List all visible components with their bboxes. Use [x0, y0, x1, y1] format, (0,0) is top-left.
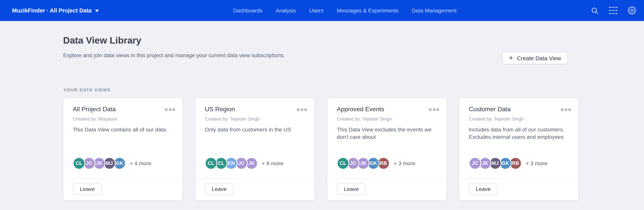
- card-divider: [64, 179, 182, 179]
- more-members-label: + 3 more: [394, 160, 415, 167]
- avatar: CL: [337, 157, 349, 170]
- data-view-card-approved-events: Approved Events Created by: Tejinder Sin…: [327, 98, 447, 201]
- primary-nav: Dashboards Analysis Users Messages & Exp…: [99, 7, 591, 14]
- create-data-view-button[interactable]: + Create Data View: [502, 52, 568, 64]
- card-created-by: Created by: Tejinder Singh: [205, 116, 260, 122]
- leave-button[interactable]: Leave: [337, 183, 366, 195]
- search-icon[interactable]: [591, 6, 599, 14]
- app-window: MuzikFinder · All Project Data Dashboard…: [0, 0, 644, 210]
- data-view-card-all-project-data: All Project Data Created by: Mixpanel Th…: [63, 98, 183, 201]
- card-divider: [460, 179, 578, 179]
- card-title: US Region: [205, 106, 235, 113]
- card-divider: [196, 179, 314, 179]
- card-description: This Data View excludes the events we do…: [337, 126, 437, 141]
- nav-item-users[interactable]: Users: [309, 7, 323, 14]
- card-created-by: Created by: Tejinder Singh: [337, 116, 392, 122]
- plus-icon: +: [509, 54, 513, 61]
- card-title: Customer Data: [469, 106, 511, 113]
- data-view-card-grid: All Project Data Created by: Mixpanel Th…: [63, 98, 579, 201]
- card-header: Approved Events: [337, 106, 439, 113]
- page-subtitle: Explore and join data views in this proj…: [63, 52, 285, 58]
- avatar: JC: [469, 157, 481, 170]
- card-title: Approved Events: [337, 106, 384, 113]
- section-label-your-data-views: YOUR DATA VIEWS: [64, 87, 111, 92]
- top-nav-bar: MuzikFinder · All Project Data Dashboard…: [0, 0, 644, 21]
- kebab-horizontal-icon[interactable]: [561, 106, 571, 111]
- nav-item-dashboards[interactable]: Dashboards: [233, 7, 262, 14]
- card-description: Includes data from all of our customers.…: [469, 126, 569, 141]
- member-avatar-row: CLJCJKMJGK + 4 more: [73, 157, 151, 170]
- member-avatar-row: CLJCJKGKRB + 3 more: [337, 157, 415, 170]
- brand-label: MuzikFinder · All Project Data: [12, 7, 92, 14]
- data-view-card-us-region: US Region Created by: Tejinder Singh Onl…: [195, 98, 315, 201]
- more-members-label: + 3 more: [526, 160, 547, 167]
- kebab-horizontal-icon[interactable]: [165, 106, 175, 111]
- leave-button[interactable]: Leave: [73, 183, 102, 195]
- more-members-label: + 8 more: [262, 160, 283, 167]
- top-icon-group: [591, 6, 636, 15]
- card-header: US Region: [205, 106, 307, 113]
- member-avatar-row: JCJKMJGKRB + 3 more: [469, 157, 547, 170]
- avatar-stack: CLCLENJCJK: [205, 157, 258, 170]
- settings-gear-icon[interactable]: [628, 6, 636, 15]
- chevron-down-icon: [95, 10, 99, 12]
- card-divider: [328, 179, 446, 179]
- main-content: Data View Library Explore and join data …: [0, 21, 644, 210]
- card-header: Customer Data: [469, 106, 571, 113]
- avatar: CL: [73, 157, 85, 170]
- page-title: Data View Library: [63, 35, 141, 46]
- more-members-label: + 4 more: [130, 160, 151, 167]
- leave-button[interactable]: Leave: [205, 183, 234, 195]
- card-description: Only data from customers in the US: [205, 126, 305, 133]
- data-view-card-customer-data: Customer Data Created by: Tejinder Singh…: [459, 98, 579, 201]
- nav-item-analysis[interactable]: Analysis: [276, 7, 296, 14]
- card-title: All Project Data: [73, 106, 116, 113]
- nav-item-messages-experiments[interactable]: Messages & Experiments: [336, 7, 398, 14]
- card-header: All Project Data: [73, 106, 175, 113]
- card-description: This Data View contains all of our data.: [73, 126, 173, 133]
- kebab-horizontal-icon[interactable]: [429, 106, 439, 111]
- kebab-horizontal-icon[interactable]: [297, 106, 307, 111]
- create-data-view-label: Create Data View: [517, 55, 561, 61]
- apps-grid-icon[interactable]: [609, 6, 618, 15]
- project-switcher[interactable]: MuzikFinder · All Project Data: [12, 7, 99, 14]
- card-created-by: Created by: Tejinder Singh: [469, 116, 524, 122]
- avatar: CL: [205, 157, 217, 170]
- avatar-stack: JCJKMJGKRB: [469, 157, 522, 170]
- member-avatar-row: CLCLENJCJK + 8 more: [205, 157, 283, 170]
- nav-item-data-management[interactable]: Data Management: [412, 7, 456, 14]
- avatar-stack: CLJCJKGKRB: [337, 157, 390, 170]
- avatar-stack: CLJCJKMJGK: [73, 157, 126, 170]
- leave-button[interactable]: Leave: [469, 183, 498, 195]
- card-created-by: Created by: Mixpanel: [73, 116, 117, 122]
